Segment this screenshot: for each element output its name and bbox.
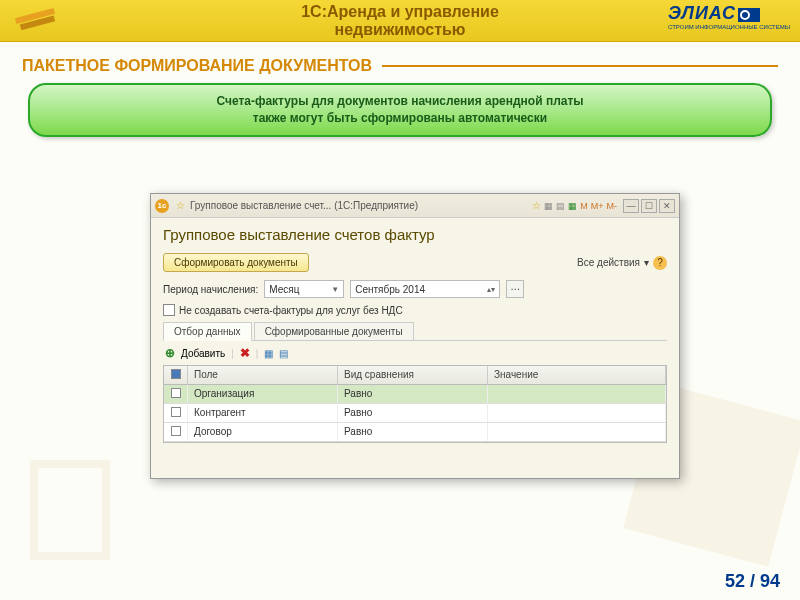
tool-icon-6[interactable]: M- [607, 201, 618, 211]
top-banner: 1С:Аренда и управление недвижимостью ЭЛИ… [0, 0, 800, 42]
grid-row[interactable]: Договор Равно [164, 423, 666, 442]
grid-header: Поле Вид сравнения Значение [164, 366, 666, 385]
tabs: Отбор данных Сформированные документы [163, 322, 667, 341]
row-checkbox[interactable] [171, 426, 181, 436]
grid-header-value[interactable]: Значение [488, 366, 666, 384]
novat-checkbox-row[interactable]: Не создавать счета-фактуры для услуг без… [163, 304, 667, 316]
dropdown-icon: ▾ [644, 257, 649, 268]
star-icon[interactable]: ☆ [532, 200, 541, 211]
section-divider [382, 65, 778, 67]
grid-cell-cmp[interactable]: Равно [338, 385, 488, 403]
callout-line2: также могут быть сформированы автоматиче… [60, 110, 740, 127]
tool-icon-a[interactable]: ▦ [264, 348, 273, 359]
app-icon: 1c [155, 199, 169, 213]
decoration [30, 460, 110, 560]
tool-icon-3[interactable]: ▦ [568, 201, 577, 211]
page-current: 52 [725, 571, 745, 591]
period-value-combo[interactable]: Сентябрь 2014 ▴▾ [350, 280, 500, 298]
row-checkbox[interactable] [171, 388, 181, 398]
grid-header-comparison[interactable]: Вид сравнения [338, 366, 488, 384]
grid-row[interactable]: Контрагент Равно [164, 404, 666, 423]
date-picker-button[interactable]: … [506, 280, 524, 298]
app-window: 1c ☆ Групповое выставление счет... (1С:П… [150, 193, 680, 479]
chevron-down-icon: ▼ [331, 285, 339, 294]
grid-cell-val[interactable] [488, 404, 666, 422]
tool-icon-2[interactable]: ▤ [556, 201, 565, 211]
tool-icon-1[interactable]: ▦ [544, 201, 553, 211]
banner-title-line1: 1С:Аренда и управление [301, 3, 499, 21]
form-toolbar: Сформировать документы Все действия ▾ ? [163, 253, 667, 272]
all-actions-label: Все действия [577, 257, 640, 268]
grid-row[interactable]: Организация Равно [164, 385, 666, 404]
page-sep: / [745, 571, 760, 591]
grid-toolbar: ⊕ Добавить | ✖ | ▦ ▤ [163, 341, 667, 365]
callout-line1: Счета-фактуры для документов начисления … [60, 93, 740, 110]
section-title: ПАКЕТНОЕ ФОРМИРОВАНИЕ ДОКУМЕНТОВ [22, 57, 372, 75]
period-type-combo[interactable]: Месяц ▼ [264, 280, 344, 298]
period-type-value: Месяц [269, 284, 299, 295]
delete-icon[interactable]: ✖ [240, 346, 250, 360]
period-value: Сентябрь 2014 [355, 284, 425, 295]
grid-cell-val[interactable] [488, 385, 666, 403]
favorite-icon[interactable]: ☆ [176, 200, 185, 211]
logo-right: ЭЛИАС СТРОИМ ИНФОРМАЦИОННЫЕ СИСТЕМЫ [668, 3, 790, 30]
banner-title: 1С:Аренда и управление недвижимостью [301, 3, 499, 38]
checkbox-icon[interactable] [163, 304, 175, 316]
window-body: Групповое выставление счетов фактур Сфор… [151, 218, 679, 451]
maximize-button[interactable]: ☐ [641, 199, 657, 213]
add-button-label[interactable]: Добавить [181, 348, 225, 359]
titlebar-tools: ▦ ▤ ▦ M M+ M- [544, 201, 617, 211]
tab-filter[interactable]: Отбор данных [163, 322, 252, 341]
grid-header-checkbox[interactable] [164, 366, 188, 384]
grid-header-field[interactable]: Поле [188, 366, 338, 384]
checkbox-label: Не создавать счета-фактуры для услуг без… [179, 305, 403, 316]
logo-left [10, 5, 70, 35]
close-button[interactable]: ✕ [659, 199, 675, 213]
window-title: Групповое выставление счет... (1С:Предпр… [190, 200, 529, 211]
grid-cell-val[interactable] [488, 423, 666, 441]
period-row: Период начисления: Месяц ▼ Сентябрь 2014… [163, 280, 667, 298]
filter-grid: Поле Вид сравнения Значение Организация … [163, 365, 667, 443]
grid-cell-cmp[interactable]: Равно [338, 404, 488, 422]
period-label: Период начисления: [163, 284, 258, 295]
stepper-icon: ▴▾ [487, 285, 495, 294]
generate-documents-button[interactable]: Сформировать документы [163, 253, 309, 272]
grid-cell-field[interactable]: Организация [188, 385, 338, 403]
page-counter: 52 / 94 [725, 571, 780, 592]
callout-box: Счета-фактуры для документов начисления … [28, 83, 772, 137]
all-actions-menu[interactable]: Все действия ▾ ? [577, 256, 667, 270]
row-checkbox[interactable] [171, 407, 181, 417]
tool-icon-5[interactable]: M+ [591, 201, 604, 211]
minimize-button[interactable]: — [623, 199, 639, 213]
grid-cell-field[interactable]: Договор [188, 423, 338, 441]
page-total: 94 [760, 571, 780, 591]
grid-cell-field[interactable]: Контрагент [188, 404, 338, 422]
banner-title-line2: недвижимостью [301, 21, 499, 39]
logo-text: ЭЛИАС [668, 3, 736, 23]
grid-cell-cmp[interactable]: Равно [338, 423, 488, 441]
form-title: Групповое выставление счетов фактур [163, 226, 667, 243]
tool-icon-b[interactable]: ▤ [279, 348, 288, 359]
add-icon[interactable]: ⊕ [165, 346, 175, 360]
section-header: ПАКЕТНОЕ ФОРМИРОВАНИЕ ДОКУМЕНТОВ [22, 57, 778, 75]
help-icon[interactable]: ? [653, 256, 667, 270]
logo-subtitle: СТРОИМ ИНФОРМАЦИОННЫЕ СИСТЕМЫ [668, 24, 790, 30]
window-titlebar: 1c ☆ Групповое выставление счет... (1С:П… [151, 194, 679, 218]
tool-icon-4[interactable]: M [580, 201, 588, 211]
tab-generated[interactable]: Сформированные документы [254, 322, 414, 341]
